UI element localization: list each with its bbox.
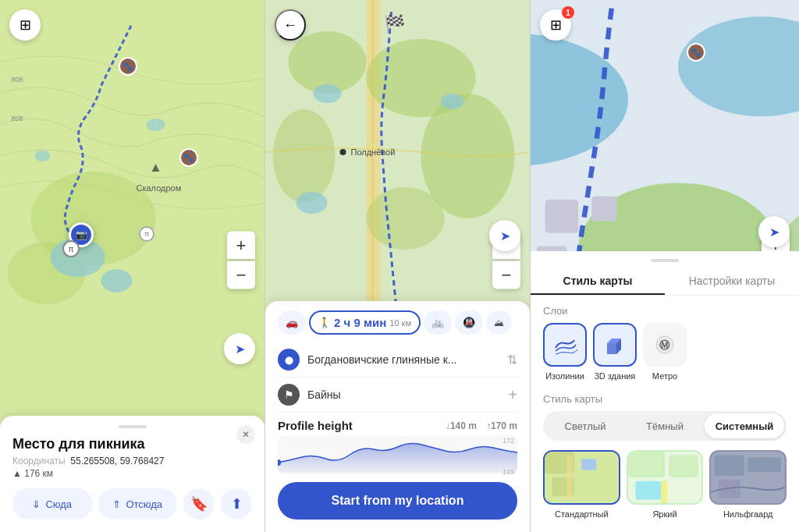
profile-title-row: Profile height ↓140 m ↑170 m [278, 419, 517, 432]
map3-compass-icon: ➤ [769, 225, 779, 239]
transport-hiking[interactable]: ⛰ [486, 310, 512, 335]
svg-text:808: 808 [12, 115, 23, 122]
svg-point-22 [531, 34, 628, 167]
profile-title-label: Profile height [278, 419, 353, 432]
map-style-nilfgaard-thumb [709, 450, 787, 505]
poi-marker-2: 🐾 [179, 148, 198, 167]
origin-icon: ⬤ [278, 349, 300, 371]
chart-min-label: 149 [502, 468, 514, 474]
layer3-icon: ⊞ [550, 16, 562, 34]
back-button[interactable]: ← [275, 9, 306, 41]
map-style-nilfgaard[interactable]: Нильфгаард [709, 450, 787, 519]
layer-metro-label: Метро [652, 371, 677, 381]
share-button[interactable]: ⬆ [221, 488, 252, 520]
svg-rect-46 [635, 481, 661, 500]
card-close-button[interactable]: ✕ [236, 425, 255, 444]
map-style-grid: Стандартный Яркий [531, 450, 799, 519]
svg-point-3 [101, 269, 133, 293]
layers-section-label: Слои [531, 305, 799, 317]
layer-icon: ⊞ [20, 16, 31, 34]
transport-car[interactable]: 🚗 [278, 310, 306, 335]
poi-marker-pi: π [62, 240, 80, 257]
svg-point-19 [340, 149, 346, 155]
bright-preview [628, 452, 702, 503]
card-drag-handle [119, 425, 147, 428]
standard-label: Стандартный [555, 509, 609, 519]
navigate-here-button[interactable]: ⇓ Сюда [12, 488, 92, 520]
style-label-text: Стиль карты [543, 393, 602, 405]
style-system-btn[interactable]: Системный [705, 413, 784, 438]
tab-style-label: Стиль карты [563, 275, 633, 287]
bright-label: Яркий [652, 509, 676, 519]
add-waypoint[interactable]: + [508, 386, 517, 404]
svg-point-23 [678, 16, 799, 116]
bike-icon: 🚲 [431, 317, 444, 328]
map-style-standard-thumb [543, 450, 620, 505]
layer-isolines[interactable]: Изолинии [543, 323, 587, 381]
poi-marker-map3: 🐾 [687, 43, 705, 62]
svg-point-5 [35, 151, 51, 161]
layer-3d[interactable]: 3D здания [593, 323, 637, 381]
style-light-label: Светлый [565, 420, 606, 432]
svg-rect-49 [715, 456, 744, 477]
start-from-location-button[interactable]: Start from my location [278, 482, 517, 520]
here-label: Сюда [45, 498, 72, 510]
svg-rect-50 [748, 457, 782, 472]
style-section-label: Стиль карты [531, 393, 799, 405]
destination-icon: ⚑ [278, 384, 300, 406]
svg-rect-42 [566, 456, 573, 500]
map2-compass-icon: ➤ [500, 229, 510, 243]
layer-button[interactable]: ⊞ [9, 9, 41, 41]
layer-3d-label: 3D здания [595, 371, 636, 381]
layer-metro-thumb: Ⓜ [643, 323, 687, 367]
map-style-bright-thumb [627, 450, 704, 505]
map3-compass[interactable]: ➤ [758, 216, 790, 247]
style-light-btn[interactable]: Светлый [545, 413, 625, 438]
zoom-in-button[interactable]: + [227, 232, 255, 260]
map-style-panel: Стиль карты Настройки карты Слои Изолини… [531, 251, 799, 532]
map2-compass[interactable]: ➤ [489, 220, 520, 251]
transport-transit[interactable]: 🚇 [455, 310, 483, 335]
compass-icon: ➤ [235, 342, 245, 356]
navigate-from-button[interactable]: ⇑ Отсюда [98, 488, 178, 520]
svg-text:Ⓜ: Ⓜ [659, 339, 670, 351]
walk-icon: 🚶 [318, 317, 331, 328]
sort-icon[interactable]: ⇅ [507, 353, 517, 367]
map-style-bright[interactable]: Яркий [627, 450, 704, 519]
standard-preview [545, 452, 619, 503]
profile-svg [278, 435, 517, 474]
style-toggle-group: Светлый Тёмный Системный [543, 411, 787, 441]
panel-map3: 1 ⊞ 1 🐾 + − ➤ Стиль карты Настройки карт… [531, 0, 799, 532]
bookmark-button[interactable]: 🔖 [183, 488, 215, 520]
transport-bike[interactable]: 🚲 [424, 310, 452, 335]
compass-button[interactable]: ➤ [224, 333, 255, 364]
poi-marker-1: 🐾 [119, 57, 137, 76]
share-icon: ⬆ [231, 495, 243, 512]
zoom-out-button[interactable]: − [227, 261, 255, 289]
destination-name: Байны [307, 388, 500, 401]
layer-metro[interactable]: Ⓜ Метро [643, 323, 687, 381]
metro-svg: Ⓜ [652, 332, 677, 357]
layers-grid: Изолинии 3D здания Ⓜ [531, 323, 799, 381]
svg-rect-45 [669, 456, 698, 477]
panel3-drag-handle [651, 259, 679, 262]
svg-point-14 [273, 109, 336, 203]
origin-name: Богдановичские глиняные к... [307, 353, 499, 366]
svg-marker-7 [152, 164, 160, 172]
transport-walk[interactable]: 🚶 2 ч 9 мин 10 км [309, 310, 421, 335]
chart-max-label: 172 [502, 437, 514, 445]
tab-map-settings[interactable]: Настройки карты [665, 268, 799, 295]
map2-zoom-out[interactable]: − [492, 261, 520, 289]
map-style-standard[interactable]: Стандартный [543, 450, 620, 519]
poi-marker-3: π [139, 226, 154, 242]
svg-text:808: 808 [12, 76, 23, 83]
layer-3d-thumb [593, 323, 637, 367]
tab-map-style[interactable]: Стиль карты [531, 268, 665, 295]
svg-rect-41 [581, 459, 596, 470]
place-name: Место для пикника [12, 436, 252, 452]
svg-rect-29 [591, 196, 616, 221]
isolines-svg [552, 332, 577, 357]
style-dark-btn[interactable]: Тёмный [625, 413, 705, 438]
route-panel: 🚗 🚶 2 ч 9 мин 10 км 🚲 🚇 ⛰ ⬤ Богдановичск… [265, 301, 530, 532]
svg-point-15 [367, 187, 445, 250]
